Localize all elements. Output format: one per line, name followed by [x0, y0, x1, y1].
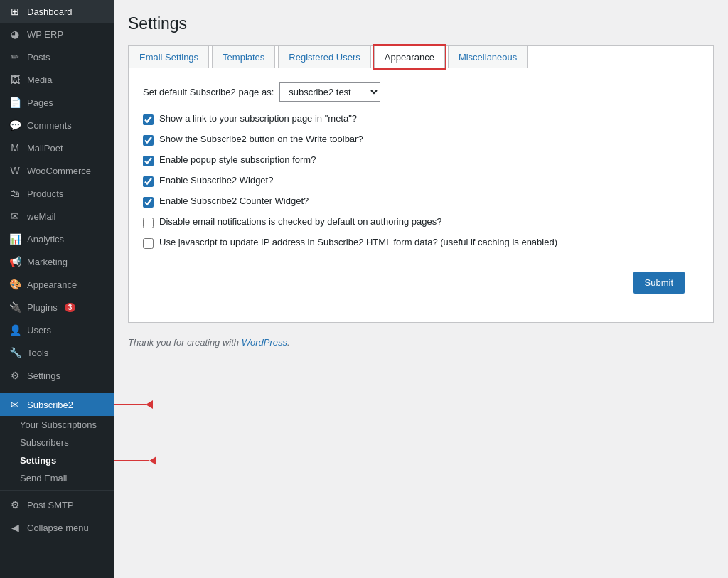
sidebar-item-subscribe2[interactable]: ✉ Subscribe2	[0, 393, 114, 416]
analytics-icon: 📊	[9, 233, 21, 245]
sidebar-sub-subscribers[interactable]: Subscribers	[0, 434, 114, 451]
tab-miscellaneous[interactable]: Miscellaneous	[448, 46, 528, 68]
sidebar-item-woocommerce[interactable]: W WooCommerce	[0, 159, 114, 182]
tab-appearance[interactable]: Appearance	[374, 46, 445, 68]
sidebar-item-tools[interactable]: 🔧 Tools	[0, 341, 114, 364]
subscribe2-row: ✉ Subscribe2	[0, 393, 114, 416]
tab-registered-users[interactable]: Registered Users	[278, 46, 370, 68]
checkbox-label-2: Enable popup style subscription form?	[159, 154, 316, 165]
checkbox-row-1: Show the Subscribe2 button on the Write …	[143, 134, 699, 146]
post-smtp-icon: ⚙	[9, 499, 21, 510]
sidebar-item-comments[interactable]: 💬 Comments	[0, 114, 114, 137]
sidebar-item-dashboard[interactable]: ⊞ Dashboard	[0, 0, 114, 23]
checkbox-row-3: Enable Subscribe2 Widget?	[143, 175, 699, 187]
checkbox-0[interactable]	[143, 114, 154, 125]
checkbox-row-0: Show a link to your subscription page in…	[143, 113, 699, 125]
dashboard-icon: ⊞	[9, 6, 21, 17]
users-icon: 👤	[9, 324, 21, 336]
plugins-icon: 🔌	[9, 301, 21, 313]
checkbox-label-5: Disable email notifications is checked b…	[159, 216, 441, 227]
sidebar-sub-settings[interactable]: Settings	[0, 451, 114, 469]
settings-wrap: Email Settings Templates Registered User…	[128, 45, 714, 323]
appearance-icon: 🎨	[9, 279, 21, 290]
marketing-icon: 📢	[9, 256, 21, 267]
sidebar-item-users[interactable]: 👤 Users	[0, 319, 114, 341]
page-title: Settings	[128, 14, 714, 33]
sidebar-item-analytics[interactable]: 📊 Analytics	[0, 228, 114, 250]
settings-icon: ⚙	[9, 370, 21, 381]
submit-button[interactable]: Submit	[633, 272, 685, 294]
divider2	[0, 490, 114, 491]
subscribe2-icon: ✉	[9, 399, 21, 410]
sidebar-item-post-smtp[interactable]: ⚙ Post SMTP	[0, 493, 114, 516]
sidebar-item-media[interactable]: 🖼 Media	[0, 68, 114, 91]
main-content: Settings Email Settings Templates Regist…	[114, 0, 728, 578]
submit-row: Submit	[143, 257, 699, 308]
sidebar-item-posts[interactable]: ✏ Posts	[0, 46, 114, 68]
checkbox-row-2: Enable popup style subscription form?	[143, 154, 699, 166]
posts-icon: ✏	[9, 51, 21, 63]
checkbox-label-6: Use javascript to update IP address in S…	[159, 237, 557, 247]
checkbox-label-1: Show the Subscribe2 button on the Write …	[159, 134, 363, 144]
sidebar: ⊞ Dashboard ◕ WP ERP ✏ Posts 🖼 Media 📄 P…	[0, 0, 114, 578]
sidebar-item-pages[interactable]: 📄 Pages	[0, 91, 114, 114]
sidebar-item-products[interactable]: 🛍 Products	[0, 182, 114, 205]
pages-icon: 📄	[9, 97, 21, 108]
sidebar-item-collapse[interactable]: ◀ Collapse menu	[0, 516, 114, 539]
checkbox-row-4: Enable Subscribe2 Counter Widget?	[143, 196, 699, 208]
tab-email-settings[interactable]: Email Settings	[129, 46, 209, 68]
checkbox-1[interactable]	[143, 135, 154, 146]
tools-icon: 🔧	[9, 347, 21, 358]
footer: Thank you for creating with WordPress.	[128, 337, 714, 348]
media-icon: 🖼	[9, 74, 21, 85]
checkbox-label-4: Enable Subscribe2 Counter Widget?	[159, 196, 309, 206]
tabs-row: Email Settings Templates Registered User…	[129, 46, 713, 68]
divider	[0, 390, 114, 390]
collapse-icon: ◀	[9, 522, 21, 533]
tab-content: Set default Subscribe2 page as: subscrib…	[129, 68, 713, 322]
checkbox-6[interactable]	[143, 238, 154, 249]
default-page-select[interactable]: subscribe2 test	[279, 82, 380, 102]
checkbox-2[interactable]	[143, 156, 154, 166]
checkbox-label-3: Enable Subscribe2 Widget?	[159, 175, 273, 186]
checkbox-row-6: Use javascript to update IP address in S…	[143, 237, 699, 249]
checkbox-row-5: Disable email notifications is checked b…	[143, 216, 699, 228]
sidebar-item-wemail[interactable]: ✉ weMail	[0, 205, 114, 228]
plugins-badge: 3	[65, 303, 76, 312]
sidebar-item-wp-erp[interactable]: ◕ WP ERP	[0, 23, 114, 46]
sidebar-sub-send-email[interactable]: Send Email	[0, 469, 114, 487]
checkbox-3[interactable]	[143, 176, 154, 187]
mailpoet-icon: M	[9, 142, 21, 154]
wp-erp-icon: ◕	[9, 28, 21, 40]
set-default-row: Set default Subscribe2 page as: subscrib…	[143, 82, 699, 102]
wordpress-link[interactable]: WordPress	[242, 337, 287, 348]
comments-icon: 💬	[9, 119, 21, 131]
checkbox-5[interactable]	[143, 218, 154, 228]
woocommerce-icon: W	[9, 165, 21, 176]
checkbox-label-0: Show a link to your subscription page in…	[159, 113, 357, 124]
sidebar-item-appearance[interactable]: 🎨 Appearance	[0, 273, 114, 296]
products-icon: 🛍	[9, 188, 21, 199]
sidebar-item-settings[interactable]: ⚙ Settings	[0, 364, 114, 387]
sidebar-item-mailpoet[interactable]: M MailPoet	[0, 137, 114, 159]
wemail-icon: ✉	[9, 210, 21, 222]
sidebar-sub-your-subscriptions[interactable]: Your Subscriptions	[0, 416, 114, 434]
sidebar-item-marketing[interactable]: 📢 Marketing	[0, 250, 114, 273]
sidebar-item-plugins[interactable]: 🔌 Plugins 3	[0, 296, 114, 319]
checkbox-4[interactable]	[143, 197, 154, 208]
tab-templates[interactable]: Templates	[212, 46, 275, 68]
set-default-label: Set default Subscribe2 page as:	[143, 87, 274, 97]
